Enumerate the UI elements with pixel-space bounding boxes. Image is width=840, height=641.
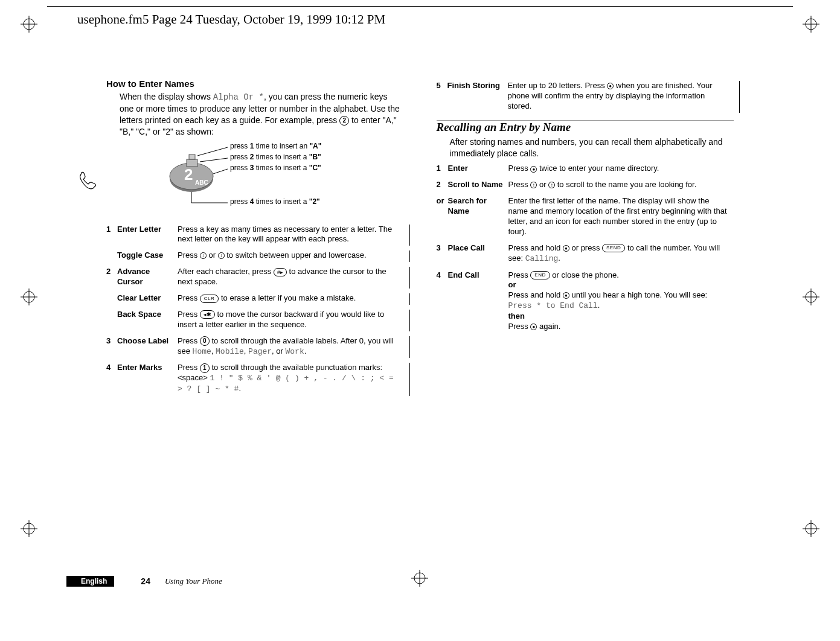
svg-text:press 2 times to insert a "B": press 2 times to insert a "B" [230,153,321,161]
svg-line-25 [197,147,228,156]
step5-table: 5 Finish Storing Enter up to 20 letters.… [437,78,734,115]
step-number: 2 [106,264,117,291]
step-label: End Call [448,268,508,336]
step-row: 1 Enter Press ● twice to enter your name… [437,161,734,177]
display-endcall: Press * to End Call [508,301,598,310]
punctuation-list: 1 ! " $ % & ' @ ( ) + , - . / \ : ; < = … [178,374,394,394]
end-key-icon: END [530,271,550,279]
step-number: 3 [437,241,448,268]
crop-mark-icon [21,520,37,537]
recalling-intro: After storing names and numbers, you can… [450,136,734,159]
crop-mark-icon [21,16,37,33]
step-label: Enter [448,161,508,177]
step-desc: Press ● twice to enter your name directo… [508,161,734,177]
select-key-icon: ● [607,83,614,89]
display-calling: Calling [525,254,559,263]
step-or: or [437,194,448,241]
step-desc: Press ◂✱ to move the cursor backward if … [178,307,404,334]
step-row: 2 Advance Cursor After each character, p… [106,264,404,291]
step-label: Search for Name [448,194,508,241]
scroll-down-icon: ↕ [218,252,225,259]
how-to-heading: How to Enter Names [106,78,404,89]
step-number: 1 [106,222,117,249]
page-footer: English 24 Using Your Phone [66,576,222,587]
display-text: Alpha Or * [213,92,264,102]
step-desc: Press 1 to scroll through the available … [178,360,404,398]
svg-line-27 [213,169,228,174]
svg-rect-23 [187,159,197,167]
step-label: Advance Cursor [117,264,178,291]
step-desc: Press CLR to erase a letter if you make … [178,291,404,307]
crop-mark-icon [803,520,819,537]
step-row: or Search for Name Enter the first lette… [437,194,734,241]
or-label: or [508,280,516,289]
step-label: Enter Letter [117,222,178,249]
scroll-up-icon: ↕ [530,182,537,188]
key-0-icon: 0 [200,336,210,346]
step-label: Finish Storing [447,78,508,115]
recalling-heading: Recalling an Entry by Name [437,120,734,134]
step-desc: Press END or close the phone. or Press a… [508,268,734,336]
svg-text:press 4 times to insert a "2": press 4 times to insert a "2" [230,197,320,206]
step-number: 5 [437,78,447,115]
select-key-icon: ● [530,166,537,173]
steps-table-left: 1 Enter Letter Press a key as many times… [106,222,404,399]
crop-mark-icon [21,289,37,305]
select-key-icon: ● [563,245,569,252]
step-number: 4 [106,360,117,398]
step-row: 3 Choose Label Press 0 to scroll through… [106,334,404,361]
footer-language: English [66,576,114,587]
step-row: 1 Enter Letter Press a key as many times… [106,222,404,249]
step-number: 4 [437,268,448,336]
crop-mark-icon [803,289,819,305]
send-key-icon: SEND [602,244,625,252]
step-desc: Enter the first letter of the name. The … [508,194,734,241]
how-to-intro: When the display shows Alpha Or *, you c… [120,91,404,138]
step-row: 2 Scroll to Name Press ↕ or ↕ to scroll … [437,177,734,194]
phone-icon [77,171,98,192]
footer-page-title: Using Your Phone [165,576,222,586]
step-label: Toggle Case [117,248,178,264]
select-key-icon: ● [563,292,569,299]
step-row: 4 End Call Press END or close the phone.… [437,268,734,336]
clr-key-icon: CLR [200,295,219,303]
step-desc: After each character, press #▸ to advanc… [178,264,404,291]
then-label: then [508,311,525,320]
key-press-figure: 2 ABC press 1 time to insert an "A" pres… [106,141,404,214]
step-desc: Enter up to 20 letters. Press ● when you… [508,78,734,115]
hash-key-icon: #▸ [274,268,287,276]
page-header: usephone.fm5 Page 24 Tuesday, October 19… [77,12,385,27]
step-label: Place Call [448,241,508,268]
keycap-letters: ABC [195,179,208,186]
step-desc: Press ↕ or ↕ to scroll to the name you a… [508,177,734,194]
step-number: 2 [437,177,448,194]
step-label: Back Space [117,307,178,334]
step-label: Clear Letter [117,291,178,307]
svg-rect-24 [189,155,195,159]
step-row: 4 Enter Marks Press 1 to scroll through … [106,360,404,398]
step-desc: Press a key as many times as necessary t… [178,222,404,249]
step-row: Toggle Case Press ↕ or ↕ to switch betwe… [106,248,404,264]
scroll-up-icon: ↕ [200,252,207,259]
key-1-icon: 1 [200,363,210,373]
key-2-icon: 2 [339,116,349,126]
star-key-icon: ◂✱ [200,310,215,319]
steps-table-right: 1 Enter Press ● twice to enter your name… [437,161,734,335]
step-label: Choose Label [117,334,178,361]
step-number: 3 [106,334,117,361]
step-desc: Press ↕ or ↕ to switch between upper and… [178,248,404,264]
step-row: Back Space Press ◂✱ to move the cursor b… [106,307,404,334]
intro-text: When the display shows [120,92,213,101]
svg-text:press 1 time to insert an "A": press 1 time to insert an "A" [230,142,321,150]
step-label: Enter Marks [117,360,178,398]
step-label: Scroll to Name [448,177,508,194]
step-desc: Press and hold ● or press SEND to call t… [508,241,734,268]
select-key-icon: ● [530,324,537,330]
scroll-down-icon: ↕ [548,182,555,188]
svg-line-26 [200,158,228,162]
step-row: 3 Place Call Press and hold ● or press S… [437,241,734,268]
step-row: Clear Letter Press CLR to erase a letter… [106,291,404,307]
crop-mark-icon [803,16,819,33]
footer-page-number: 24 [141,576,150,586]
keycap-number: 2 [184,165,193,183]
